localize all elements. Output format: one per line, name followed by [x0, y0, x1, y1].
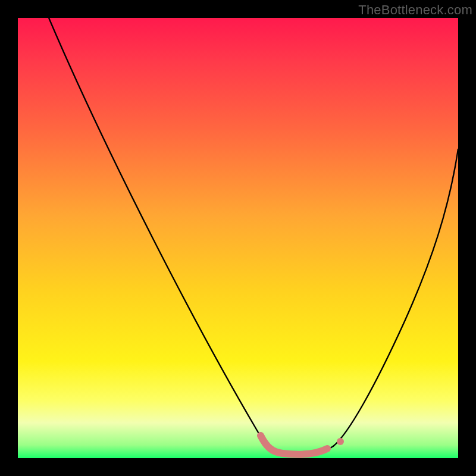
bottleneck-curve — [18, 18, 458, 458]
chart-plot-area — [18, 18, 458, 458]
watermark-text: TheBottleneck.com — [358, 2, 472, 18]
floor-marker-left — [261, 436, 327, 455]
floor-marker-dot — [337, 438, 344, 445]
chart-frame: TheBottleneck.com — [0, 0, 476, 476]
curve-path — [49, 18, 458, 454]
